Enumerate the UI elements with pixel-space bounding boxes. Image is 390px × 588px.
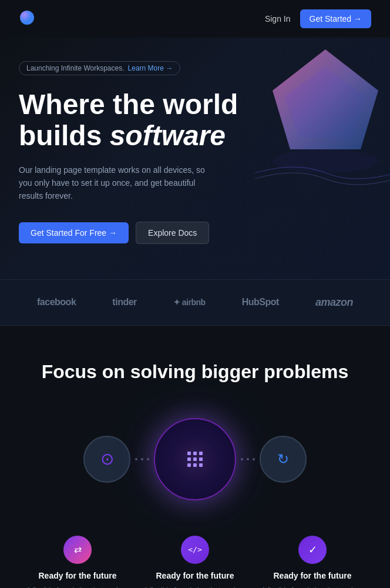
- nav-get-started-button[interactable]: Get Started →: [300, 9, 371, 28]
- hero-title: Where the world builds software: [19, 89, 242, 152]
- focus-title: Focus on solving bigger problems: [19, 361, 371, 383]
- hero-primary-button[interactable]: Get Started For Free →: [19, 222, 129, 243]
- navbar: Sign In Get Started →: [0, 0, 390, 38]
- diagram-node-center: [154, 418, 236, 500]
- feature-cards: ⇄ Ready for the future A flexible founda…: [19, 536, 371, 588]
- focus-section: Focus on solving bigger problems ⊙: [0, 326, 390, 588]
- feature-card-2: </> Ready for the future A flexible foun…: [142, 536, 248, 588]
- hero-subtitle: Our landing page template works on all d…: [19, 163, 207, 203]
- hero-graphic: [249, 44, 390, 196]
- feature-desc-2: A flexible foundation that evolves with …: [142, 585, 248, 588]
- logo-facebook: facebook: [37, 297, 76, 308]
- nav-actions: Sign In Get Started →: [265, 9, 371, 28]
- feature-title-1: Ready for the future: [25, 571, 130, 580]
- logos-section: facebook tinder ✦ airbnb HubSpot amazon: [0, 279, 390, 326]
- svg-point-3: [273, 149, 378, 173]
- svg-point-0: [20, 11, 34, 25]
- github-icon: ⊙: [100, 449, 114, 469]
- feature-card-1: ⇄ Ready for the future A flexible founda…: [25, 536, 130, 588]
- hero-section: Launching Infinite Workspaces. Learn Mor…: [0, 38, 390, 279]
- logo-amazon: amazon: [315, 296, 353, 309]
- connector-right: [236, 458, 260, 460]
- announcement-banner: Launching Infinite Workspaces. Learn Mor…: [19, 61, 180, 75]
- grid-icon: [187, 452, 203, 467]
- feature-card-3: ✓ Ready for the future A flexible founda…: [260, 536, 365, 588]
- feature-icon-1: ⇄: [63, 536, 92, 564]
- diagram-node-right: ↻: [260, 436, 307, 483]
- feature-title-3: Ready for the future: [260, 571, 365, 580]
- connector-left: [130, 458, 154, 460]
- hero-buttons: Get Started For Free → Explore Docs: [19, 222, 371, 244]
- logo-hubspot: HubSpot: [242, 297, 279, 308]
- sign-in-button[interactable]: Sign In: [265, 14, 291, 24]
- hero-secondary-button[interactable]: Explore Docs: [136, 222, 209, 244]
- feature-desc-1: A flexible foundation that evolves with …: [25, 585, 130, 588]
- logo-airbnb: ✦ airbnb: [173, 298, 206, 307]
- announcement-text: Launching Infinite Workspaces.: [26, 64, 125, 72]
- feature-desc-3: A flexible foundation that evolves with …: [260, 585, 365, 588]
- feature-icon-3: ✓: [298, 536, 327, 564]
- diagram-node-left: ⊙: [83, 436, 130, 483]
- logo-tinder: tinder: [112, 297, 136, 308]
- diagram: ⊙ ↻: [19, 418, 371, 500]
- announcement-link[interactable]: Learn More →: [128, 64, 173, 72]
- logo: [19, 9, 35, 28]
- feature-icon-2: </>: [181, 536, 209, 564]
- refresh-icon: ↻: [277, 451, 289, 467]
- feature-title-2: Ready for the future: [142, 571, 248, 580]
